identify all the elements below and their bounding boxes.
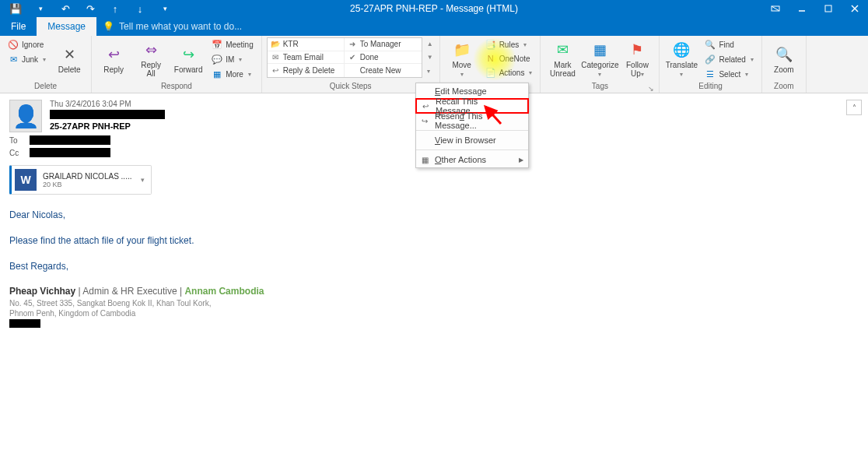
more-icon: ▦ <box>212 69 222 79</box>
qat-dropdown[interactable]: ▾ <box>30 0 51 17</box>
junk-button[interactable]: ✉Junk▾ <box>5 52 49 66</box>
reply-button[interactable]: ↩Reply <box>96 37 131 81</box>
window-title: 25-27APR PNH-REP - Message (HTML) <box>350 3 518 14</box>
meeting-button[interactable]: 📅Meeting <box>208 37 257 51</box>
resend-icon: ↪ <box>419 115 430 126</box>
forward-icon: ↪ <box>179 45 198 64</box>
qs-to-manager[interactable]: ➜To Manager <box>345 38 422 51</box>
qs-done[interactable]: ✔Done <box>345 51 422 65</box>
folder-move-icon: 📂 <box>271 40 280 49</box>
tell-me-search[interactable]: 💡 Tell me what you want to do... <box>96 17 242 36</box>
categorize-button[interactable]: ▦Categorize▾ <box>583 37 617 81</box>
group-zoom: 🔍Zoom Zoom <box>762 36 807 93</box>
zoom-icon: 🔍 <box>775 45 793 64</box>
find-button[interactable]: 🔍Find <box>702 37 756 51</box>
attachment-item[interactable]: W GRAILARD NICOLAS ..... 20 KB ▾ <box>9 165 152 195</box>
translate-button[interactable]: 🌐Translate▾ <box>664 37 698 81</box>
qs-create-new[interactable]: Create New <box>345 64 422 77</box>
forward-button[interactable]: ↪Forward <box>171 37 205 81</box>
message-body: Dear Nicolas, Please find the attach fil… <box>9 209 859 332</box>
window-controls <box>762 0 868 17</box>
move-button[interactable]: 📁Move▾ <box>445 37 479 81</box>
svg-rect-3 <box>825 5 831 12</box>
dialog-launcher-tags-icon[interactable]: ↘ <box>648 85 654 93</box>
select-button[interactable]: ☰Select▾ <box>702 67 756 81</box>
delete-icon: ✕ <box>60 45 79 64</box>
menu-separator <box>416 130 528 131</box>
body-greeting: Dear Nicolas, <box>9 209 859 222</box>
menu-separator-2 <box>416 149 528 150</box>
rules-icon: 📑 <box>485 39 496 50</box>
attachment-dropdown[interactable]: ▾ <box>138 176 148 184</box>
sig-addr1: No. 45, Street 335, Sangkat Boeng Kok II… <box>9 298 859 308</box>
actions-menu: Edit Message ↩Recall This Message... ↪Re… <box>415 83 529 168</box>
lightbulb-icon: 💡 <box>103 21 114 32</box>
quick-steps-scroll[interactable]: ▲▼▾ <box>425 37 435 78</box>
quick-access-toolbar: 💾 ▾ ↶ ↷ ↑ ↓ ▾ <box>0 0 176 17</box>
translate-icon: 🌐 <box>672 40 691 59</box>
group-respond: ↩Reply ⇔Reply All ↪Forward 📅Meeting 💬IM▾… <box>92 36 262 93</box>
cc-label: Cc <box>9 149 22 157</box>
related-icon: 🔗 <box>705 54 716 65</box>
tab-file[interactable]: File <box>0 17 37 36</box>
qs-reply-delete[interactable]: ↩Reply & Delete <box>268 64 345 77</box>
tab-message[interactable]: Message <box>37 17 96 36</box>
sig-role: | Admin & HR Executive | <box>75 286 184 297</box>
reply-delete-icon: ↩ <box>271 66 280 76</box>
im-button[interactable]: 💬IM▾ <box>208 52 257 66</box>
ignore-icon: 🚫 <box>8 39 19 50</box>
menu-resend-message[interactable]: ↪Resend This Message... <box>416 113 528 128</box>
close-button[interactable] <box>842 0 868 17</box>
group-editing: 🌐Translate▾ 🔍Find 🔗Related▾ ☰Select▾ Edi… <box>660 36 761 93</box>
onenote-button[interactable]: NOneNote <box>482 51 536 65</box>
menu-view-in-browser[interactable]: View in Browser <box>416 132 528 148</box>
svg-line-1 <box>772 6 779 11</box>
group-label-delete: Delete <box>5 82 86 93</box>
team-email-icon: ✉ <box>271 52 280 62</box>
from-field: user1 <user1@example.com> <box>50 110 165 119</box>
maximize-button[interactable] <box>815 0 842 17</box>
delete-button[interactable]: ✕ Delete <box>52 37 86 81</box>
attachment-name: GRAILARD NICOLAS ..... <box>43 172 131 181</box>
message-subject: 25-27APR PNH-REP <box>50 121 165 131</box>
previous-item-button[interactable]: ↑ <box>104 0 126 17</box>
actions-button[interactable]: 📄Actions▾ <box>482 65 536 79</box>
collapse-header-button[interactable]: ˄ <box>846 100 862 115</box>
browser-icon <box>419 135 430 146</box>
menu-other-actions[interactable]: ▦Other Actions▶ <box>416 152 528 167</box>
follow-up-button[interactable]: ⚑Follow Up▾ <box>620 37 654 81</box>
mark-unread-button[interactable]: ✉Mark Unread <box>545 37 579 81</box>
word-doc-icon: W <box>15 169 37 191</box>
more-respond-button[interactable]: ▦More▾ <box>208 67 257 81</box>
ignore-button[interactable]: 🚫Ignore <box>5 37 49 51</box>
minimize-button[interactable] <box>789 0 815 17</box>
save-button[interactable]: 💾 <box>5 0 26 17</box>
to-value: user2@example.com <box>30 135 110 145</box>
attachment-size: 20 KB <box>43 181 131 188</box>
zoom-button[interactable]: 🔍Zoom <box>767 37 801 81</box>
junk-icon: ✉ <box>8 54 19 65</box>
reply-all-button[interactable]: ⇔Reply All <box>134 37 168 81</box>
sig-company: Annam Cambodia <box>184 286 264 297</box>
qs-ktr[interactable]: 📂KTR <box>268 38 345 51</box>
onenote-icon: N <box>485 53 496 64</box>
qs-team-email[interactable]: ✉Team Email <box>268 51 345 65</box>
im-icon: 💬 <box>212 54 222 65</box>
sig-name: Pheap Vichhay <box>9 286 75 297</box>
message-date: Thu 3/24/2016 3:04 PM <box>50 100 165 108</box>
meeting-icon: 📅 <box>212 39 222 50</box>
redo-button[interactable]: ↷ <box>79 0 101 17</box>
other-actions-icon: ▦ <box>419 154 430 165</box>
next-item-button[interactable]: ↓ <box>129 0 151 17</box>
find-icon: 🔍 <box>705 39 716 50</box>
undo-button[interactable]: ↶ <box>54 0 76 17</box>
group-delete: 🚫Ignore ✉Junk▾ ✕ Delete Delete <box>0 36 92 93</box>
qat-customize[interactable]: ▾ <box>154 0 176 17</box>
cc-value: user3@example.com <box>30 148 110 157</box>
ribbon-options-button[interactable] <box>762 0 789 17</box>
group-label-editing: Editing <box>664 82 756 93</box>
rules-button[interactable]: 📑Rules▾ <box>482 37 536 51</box>
related-button[interactable]: 🔗Related▾ <box>702 52 756 66</box>
quick-steps-gallery[interactable]: 📂KTR ➜To Manager ✉Team Email ✔Done ↩Repl… <box>267 37 422 78</box>
ribbon-tabs: File Message 💡 Tell me what you want to … <box>0 17 868 36</box>
